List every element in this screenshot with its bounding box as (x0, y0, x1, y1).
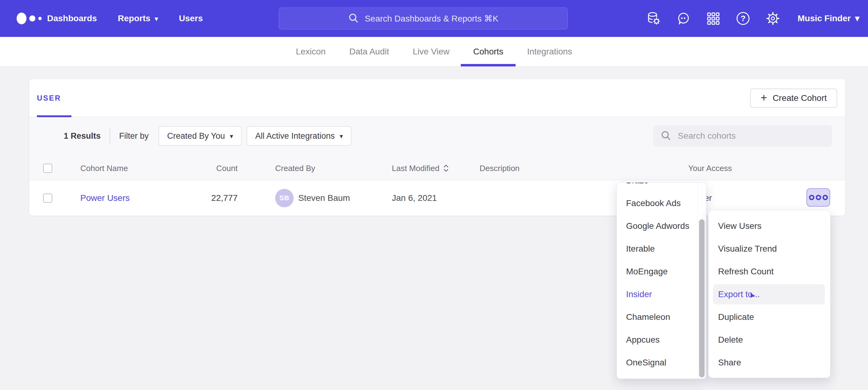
menu-item-google-adwords[interactable]: Google Adwords (617, 215, 706, 237)
menu-item-iterable[interactable]: Iterable (617, 237, 706, 260)
help-glyph: ? (741, 14, 745, 23)
created-by-filter-dropdown[interactable]: Created By You ▾ (158, 126, 242, 146)
cohort-type-header: USER + Create Cohort (29, 79, 845, 117)
last-modified-value: Jan 6, 2021 (392, 180, 437, 216)
settings-icon[interactable] (766, 11, 780, 26)
tab-live-view-label: Live View (413, 47, 450, 57)
sort-icon (443, 164, 449, 173)
avatar: SB (275, 189, 293, 207)
column-your-access: Your Access (688, 157, 732, 180)
tab-user-cohorts[interactable]: USER (37, 79, 61, 117)
last-modified-label: Last Modified (392, 164, 439, 173)
section-tabs: Lexicon Data Audit Live View Cohorts Int… (0, 37, 868, 66)
create-cohort-label: Create Cohort (773, 93, 827, 103)
row-checkbox[interactable] (43, 193, 52, 203)
row-context-menu: View Users Visualize Trend Refresh Count… (708, 210, 831, 378)
user-tab-label: USER (37, 94, 61, 102)
menu-item-export-to[interactable]: Export to... ▶ (709, 283, 830, 306)
tab-data-audit[interactable]: Data Audit (349, 37, 389, 66)
ellipsis-icon (808, 194, 829, 201)
export-integrations-menu: Braze Facebook Ads Google Adwords Iterab… (617, 183, 706, 379)
tab-cohorts-label: Cohorts (473, 47, 503, 57)
tab-integrations[interactable]: Integrations (527, 37, 572, 66)
scrollbar-thumb[interactable] (699, 219, 705, 378)
nav-dashboards[interactable]: Dashboards (47, 13, 97, 23)
filter-bar: 1 Results Filter by Created By You ▾ All… (64, 126, 356, 146)
menu-item-visualize-trend[interactable]: Visualize Trend (709, 237, 830, 260)
column-last-modified[interactable]: Last Modified (392, 157, 449, 180)
tab-integrations-label: Integrations (527, 47, 572, 57)
menu-item-refresh-count[interactable]: Refresh Count (709, 260, 830, 283)
menu-item-insider[interactable]: Insider (617, 283, 706, 306)
submenu-arrow-icon: ▶ (750, 292, 755, 298)
cohorts-card: USER + Create Cohort 1 Results Filter by… (29, 79, 845, 216)
menu-item-chameleon[interactable]: Chameleon (617, 306, 706, 328)
scrollbar-track (698, 183, 706, 379)
help-icon[interactable]: ? (736, 11, 750, 26)
created-by-value: Steven Baum (298, 180, 350, 216)
tab-lexicon-label: Lexicon (296, 47, 326, 57)
menu-item-moengage[interactable]: MoEngage (617, 260, 706, 283)
menu-item-appcues[interactable]: Appcues (617, 328, 706, 351)
cohort-name-link[interactable]: Power Users (80, 180, 130, 216)
column-count: Count (189, 157, 238, 180)
top-navbar: Dashboards Reports▾ Users Search Dashboa… (0, 0, 868, 37)
cohort-count: 22,777 (189, 180, 238, 216)
row-actions-button[interactable] (806, 188, 830, 207)
feedback-icon[interactable] (676, 11, 690, 26)
chevron-down-icon: ▾ (230, 133, 233, 139)
menu-item-share[interactable]: Share (709, 351, 830, 374)
workspace-switcher[interactable]: Music Finder ▾ (798, 13, 859, 23)
active-tab-underline (461, 64, 516, 66)
divider (110, 127, 110, 144)
menu-item-braze[interactable]: Braze (617, 183, 706, 192)
logo-dots (16, 11, 44, 26)
integrations-filter-dropdown[interactable]: All Active Integrations ▾ (247, 126, 351, 146)
apps-grid-icon[interactable] (706, 11, 720, 26)
global-search-placeholder: Search Dashboards & Reports ⌘K (365, 13, 498, 24)
data-management-icon[interactable] (646, 11, 660, 26)
tab-lexicon[interactable]: Lexicon (296, 37, 326, 66)
create-cohort-button[interactable]: + Create Cohort (750, 89, 837, 108)
created-by-filter-value: Created By You (167, 131, 225, 141)
menu-item-onesignal[interactable]: OneSignal (617, 351, 706, 374)
table-header: Cohort Name Count Created By Last Modifi… (29, 157, 845, 180)
column-cohort-name: Cohort Name (80, 157, 128, 180)
nav-dashboards-label: Dashboards (47, 13, 97, 23)
cohort-search-field (653, 125, 832, 147)
menu-item-facebook-ads[interactable]: Facebook Ads (617, 192, 706, 215)
column-created-by: Created By (275, 157, 315, 180)
plus-icon: + (761, 92, 767, 103)
menu-item-view-users[interactable]: View Users (709, 215, 830, 237)
cohort-search-input[interactable] (678, 131, 825, 141)
filter-by-label: Filter by (119, 131, 149, 141)
select-all-checkbox[interactable] (43, 164, 52, 173)
results-count: 1 Results (64, 131, 101, 141)
search-icon (348, 13, 359, 24)
tab-live-view[interactable]: Live View (413, 37, 450, 66)
brand-logo-icon[interactable] (16, 0, 44, 37)
cohorts-body: 1 Results Filter by Created By You ▾ All… (29, 117, 845, 180)
menu-item-delete[interactable]: Delete (709, 328, 830, 351)
nav-users[interactable]: Users (179, 13, 203, 23)
search-icon (660, 130, 672, 141)
nav-users-label: Users (179, 13, 203, 23)
chevron-down-icon: ▾ (855, 14, 859, 23)
chevron-down-icon: ▾ (340, 133, 343, 139)
integrations-filter-value: All Active Integrations (255, 131, 335, 141)
menu-item-duplicate[interactable]: Duplicate (709, 306, 830, 328)
tab-data-audit-label: Data Audit (349, 47, 389, 57)
tab-cohorts[interactable]: Cohorts (473, 37, 503, 66)
column-description: Description (479, 157, 520, 180)
workspace-name: Music Finder (798, 13, 851, 23)
chevron-down-icon: ▾ (155, 15, 158, 22)
global-search-input[interactable]: Search Dashboards & Reports ⌘K (279, 7, 568, 30)
navbar-right-cluster: ? Music Finder ▾ (646, 0, 859, 37)
primary-nav: Dashboards Reports▾ Users (47, 0, 203, 37)
nav-reports-label: Reports (118, 13, 151, 23)
nav-reports[interactable]: Reports▾ (118, 13, 158, 23)
cohorts-page: Dashboards Reports▾ Users Search Dashboa… (0, 0, 868, 390)
